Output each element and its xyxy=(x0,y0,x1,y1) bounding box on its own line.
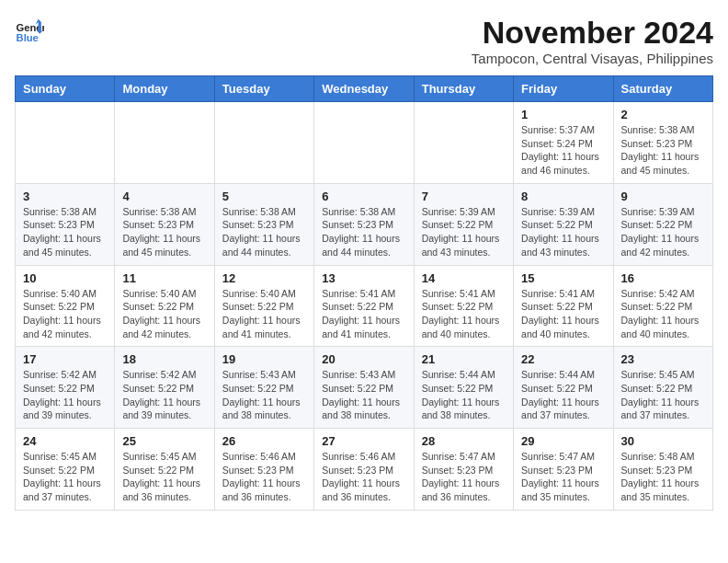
calendar-cell: 28Sunrise: 5:47 AMSunset: 5:23 PMDayligh… xyxy=(414,429,513,511)
svg-text:Blue: Blue xyxy=(17,32,39,43)
weekday-header-thursday: Thursday xyxy=(414,76,513,102)
day-info: Sunrise: 5:44 AMSunset: 5:22 PMDaylight:… xyxy=(521,368,605,422)
day-info: Sunrise: 5:39 AMSunset: 5:22 PMDaylight:… xyxy=(521,205,605,259)
day-number: 21 xyxy=(422,352,506,366)
day-number: 5 xyxy=(222,190,306,203)
day-info: Sunrise: 5:42 AMSunset: 5:22 PMDaylight:… xyxy=(23,368,107,422)
day-info: Sunrise: 5:43 AMSunset: 5:22 PMDaylight:… xyxy=(222,368,306,422)
title-area: November 2024 Tampocon, Central Visayas,… xyxy=(472,15,713,66)
day-info: Sunrise: 5:38 AMSunset: 5:23 PMDaylight:… xyxy=(23,205,107,259)
calendar-cell: 5Sunrise: 5:38 AMSunset: 5:23 PMDaylight… xyxy=(214,183,313,265)
calendar-cell: 19Sunrise: 5:43 AMSunset: 5:22 PMDayligh… xyxy=(214,347,313,429)
day-number: 10 xyxy=(23,271,107,285)
day-number: 1 xyxy=(521,108,605,121)
week-row-1: 1Sunrise: 5:37 AMSunset: 5:24 PMDaylight… xyxy=(16,102,713,184)
day-number: 4 xyxy=(122,190,206,203)
day-number: 8 xyxy=(521,190,605,203)
day-number: 6 xyxy=(322,190,405,203)
day-number: 28 xyxy=(422,434,506,448)
location-subtitle: Tampocon, Central Visayas, Philippines xyxy=(472,51,713,66)
calendar-cell: 22Sunrise: 5:44 AMSunset: 5:22 PMDayligh… xyxy=(514,347,613,429)
day-number: 22 xyxy=(521,352,605,366)
day-number: 11 xyxy=(122,271,206,285)
day-info: Sunrise: 5:41 AMSunset: 5:22 PMDaylight:… xyxy=(521,287,605,341)
day-info: Sunrise: 5:41 AMSunset: 5:22 PMDaylight:… xyxy=(422,287,506,341)
day-info: Sunrise: 5:43 AMSunset: 5:22 PMDaylight:… xyxy=(322,368,405,422)
calendar-cell: 27Sunrise: 5:46 AMSunset: 5:23 PMDayligh… xyxy=(314,429,414,511)
calendar-cell xyxy=(16,102,115,184)
weekday-header-tuesday: Tuesday xyxy=(214,76,313,102)
calendar-cell: 7Sunrise: 5:39 AMSunset: 5:22 PMDaylight… xyxy=(414,183,513,265)
calendar-cell xyxy=(414,102,513,184)
weekday-header-wednesday: Wednesday xyxy=(314,76,414,102)
day-number: 15 xyxy=(521,271,605,285)
weekday-header-friday: Friday xyxy=(514,76,613,102)
day-number: 9 xyxy=(621,190,705,203)
day-number: 23 xyxy=(621,352,705,366)
day-info: Sunrise: 5:38 AMSunset: 5:23 PMDaylight:… xyxy=(222,205,306,259)
calendar-cell: 12Sunrise: 5:40 AMSunset: 5:22 PMDayligh… xyxy=(214,265,313,347)
day-info: Sunrise: 5:40 AMSunset: 5:22 PMDaylight:… xyxy=(222,287,306,341)
weekday-header-monday: Monday xyxy=(115,76,214,102)
calendar-cell xyxy=(115,102,214,184)
calendar-cell: 8Sunrise: 5:39 AMSunset: 5:22 PMDaylight… xyxy=(514,183,613,265)
calendar-cell: 1Sunrise: 5:37 AMSunset: 5:24 PMDaylight… xyxy=(514,102,613,184)
day-info: Sunrise: 5:46 AMSunset: 5:23 PMDaylight:… xyxy=(222,450,306,504)
day-number: 20 xyxy=(322,352,405,366)
day-number: 18 xyxy=(122,352,206,366)
calendar-cell: 24Sunrise: 5:45 AMSunset: 5:22 PMDayligh… xyxy=(16,429,115,511)
weekday-header-row: SundayMondayTuesdayWednesdayThursdayFrid… xyxy=(16,76,713,102)
calendar-cell: 18Sunrise: 5:42 AMSunset: 5:22 PMDayligh… xyxy=(115,347,214,429)
day-number: 25 xyxy=(122,434,206,448)
calendar-table: SundayMondayTuesdayWednesdayThursdayFrid… xyxy=(15,75,713,511)
day-number: 14 xyxy=(422,271,506,285)
calendar-cell: 10Sunrise: 5:40 AMSunset: 5:22 PMDayligh… xyxy=(16,265,115,347)
calendar-cell: 3Sunrise: 5:38 AMSunset: 5:23 PMDaylight… xyxy=(16,183,115,265)
day-info: Sunrise: 5:39 AMSunset: 5:22 PMDaylight:… xyxy=(621,205,705,259)
calendar-cell: 23Sunrise: 5:45 AMSunset: 5:22 PMDayligh… xyxy=(613,347,712,429)
day-info: Sunrise: 5:45 AMSunset: 5:22 PMDaylight:… xyxy=(621,368,705,422)
week-row-4: 17Sunrise: 5:42 AMSunset: 5:22 PMDayligh… xyxy=(16,347,713,429)
calendar-cell: 11Sunrise: 5:40 AMSunset: 5:22 PMDayligh… xyxy=(115,265,214,347)
day-number: 13 xyxy=(322,271,405,285)
day-info: Sunrise: 5:47 AMSunset: 5:23 PMDaylight:… xyxy=(422,450,506,504)
calendar-cell: 21Sunrise: 5:44 AMSunset: 5:22 PMDayligh… xyxy=(414,347,513,429)
day-info: Sunrise: 5:47 AMSunset: 5:23 PMDaylight:… xyxy=(521,450,605,504)
day-info: Sunrise: 5:45 AMSunset: 5:22 PMDaylight:… xyxy=(122,450,206,504)
day-info: Sunrise: 5:38 AMSunset: 5:23 PMDaylight:… xyxy=(322,205,405,259)
week-row-3: 10Sunrise: 5:40 AMSunset: 5:22 PMDayligh… xyxy=(16,265,713,347)
day-number: 26 xyxy=(222,434,306,448)
calendar-cell xyxy=(214,102,313,184)
calendar-cell xyxy=(314,102,414,184)
weekday-header-saturday: Saturday xyxy=(613,76,712,102)
day-number: 7 xyxy=(422,190,506,203)
day-number: 2 xyxy=(621,108,705,121)
day-number: 16 xyxy=(621,271,705,285)
day-info: Sunrise: 5:37 AMSunset: 5:24 PMDaylight:… xyxy=(521,123,605,178)
day-info: Sunrise: 5:44 AMSunset: 5:22 PMDaylight:… xyxy=(422,368,506,422)
logo-icon: General Blue xyxy=(15,15,44,44)
day-number: 30 xyxy=(621,434,705,448)
day-number: 3 xyxy=(23,190,107,203)
weekday-header-sunday: Sunday xyxy=(16,76,115,102)
week-row-5: 24Sunrise: 5:45 AMSunset: 5:22 PMDayligh… xyxy=(16,429,713,511)
day-info: Sunrise: 5:38 AMSunset: 5:23 PMDaylight:… xyxy=(621,123,705,178)
day-info: Sunrise: 5:46 AMSunset: 5:23 PMDaylight:… xyxy=(322,450,405,504)
week-row-2: 3Sunrise: 5:38 AMSunset: 5:23 PMDaylight… xyxy=(16,183,713,265)
day-number: 27 xyxy=(322,434,405,448)
day-number: 29 xyxy=(521,434,605,448)
calendar-cell: 25Sunrise: 5:45 AMSunset: 5:22 PMDayligh… xyxy=(115,429,214,511)
calendar-cell: 6Sunrise: 5:38 AMSunset: 5:23 PMDaylight… xyxy=(314,183,414,265)
calendar-cell: 20Sunrise: 5:43 AMSunset: 5:22 PMDayligh… xyxy=(314,347,414,429)
calendar-cell: 26Sunrise: 5:46 AMSunset: 5:23 PMDayligh… xyxy=(214,429,313,511)
calendar-cell: 9Sunrise: 5:39 AMSunset: 5:22 PMDaylight… xyxy=(613,183,712,265)
calendar-cell: 14Sunrise: 5:41 AMSunset: 5:22 PMDayligh… xyxy=(414,265,513,347)
calendar-cell: 29Sunrise: 5:47 AMSunset: 5:23 PMDayligh… xyxy=(514,429,613,511)
calendar-cell: 17Sunrise: 5:42 AMSunset: 5:22 PMDayligh… xyxy=(16,347,115,429)
day-info: Sunrise: 5:39 AMSunset: 5:22 PMDaylight:… xyxy=(422,205,506,259)
day-number: 24 xyxy=(23,434,107,448)
day-number: 17 xyxy=(23,352,107,366)
calendar-cell: 13Sunrise: 5:41 AMSunset: 5:22 PMDayligh… xyxy=(314,265,414,347)
calendar-cell: 16Sunrise: 5:42 AMSunset: 5:22 PMDayligh… xyxy=(613,265,712,347)
day-info: Sunrise: 5:42 AMSunset: 5:22 PMDaylight:… xyxy=(122,368,206,422)
